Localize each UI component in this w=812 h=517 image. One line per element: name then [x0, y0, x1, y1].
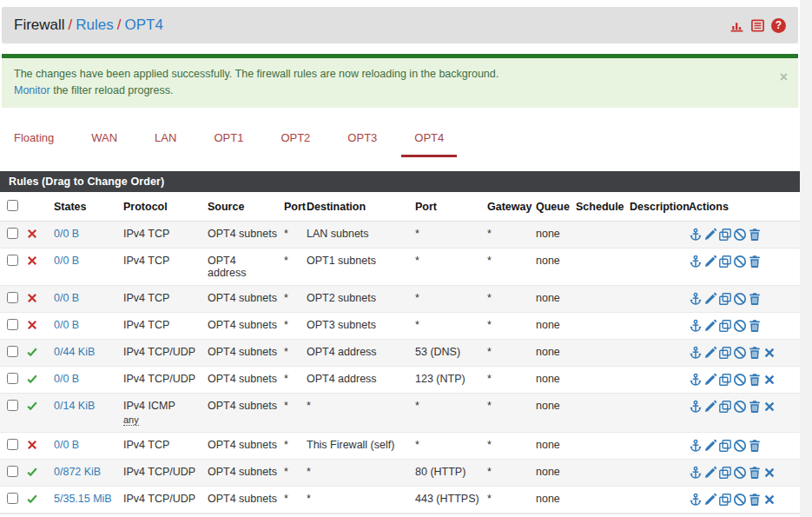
anchor-icon[interactable] — [689, 292, 703, 306]
states-link[interactable]: 0/14 KiB — [54, 400, 95, 412]
disable-icon[interactable] — [733, 292, 747, 306]
states-link[interactable]: 0/0 B — [54, 373, 79, 385]
rule-row[interactable]: 0/0 BIPv4 TCPOPT4 address*OPT1 subnets**… — [0, 248, 800, 285]
row-select-checkbox[interactable] — [7, 466, 18, 477]
rule-row[interactable]: 0/44 KiBIPv4 TCP/UDPOPT4 subnets*OPT4 ad… — [0, 339, 800, 366]
anchor-icon[interactable] — [689, 319, 703, 333]
copy-icon[interactable] — [718, 400, 732, 414]
delete-icon[interactable] — [748, 400, 762, 414]
rule-row[interactable]: 0/0 BIPv4 TCPOPT4 subnets*LAN subnets**n… — [0, 221, 800, 248]
disable-icon[interactable] — [733, 373, 747, 387]
help-icon[interactable]: ? — [771, 18, 786, 33]
delete-icon[interactable] — [748, 373, 762, 387]
rule-row[interactable]: 0/0 BIPv4 TCPOPT4 subnets*OPT3 subnets**… — [0, 312, 800, 339]
anchor-icon[interactable] — [689, 255, 703, 268]
copy-icon[interactable] — [718, 466, 732, 480]
row-select-checkbox[interactable] — [7, 346, 18, 357]
copy-icon[interactable] — [718, 255, 732, 268]
anchor-icon[interactable] — [689, 466, 703, 480]
copy-icon[interactable] — [718, 228, 732, 242]
tab-opt1[interactable]: OPT1 — [201, 124, 256, 157]
edit-icon[interactable] — [703, 439, 717, 453]
tab-opt3[interactable]: OPT3 — [334, 124, 390, 157]
kill-states-icon[interactable] — [762, 400, 776, 414]
states-link[interactable]: 5/35.15 MiB — [54, 493, 112, 505]
states-link[interactable]: 0/0 B — [54, 319, 79, 331]
delete-icon[interactable] — [748, 255, 762, 268]
rule-row[interactable]: 0/872 KiBIPv4 TCP/UDPOPT4 subnets**80 (H… — [0, 459, 800, 486]
row-select-checkbox[interactable] — [7, 319, 18, 330]
states-link[interactable]: 0/0 B — [54, 439, 79, 451]
rule-row[interactable]: 5/35.15 MiBIPv4 TCP/UDPOPT4 subnets**443… — [0, 486, 800, 513]
log-icon[interactable] — [750, 18, 765, 33]
states-link[interactable]: 0/0 B — [54, 228, 79, 240]
anchor-icon[interactable] — [689, 228, 703, 242]
row-select-checkbox[interactable] — [7, 400, 18, 411]
monitor-link[interactable]: Monitor — [14, 84, 50, 96]
copy-icon[interactable] — [718, 346, 732, 360]
delete-icon[interactable] — [748, 466, 762, 480]
disable-icon[interactable] — [733, 346, 747, 360]
states-link[interactable]: 0/0 B — [54, 292, 79, 304]
edit-icon[interactable] — [703, 319, 717, 333]
copy-icon[interactable] — [718, 292, 732, 306]
tab-wan[interactable]: WAN — [78, 124, 130, 157]
row-select-checkbox[interactable] — [7, 255, 18, 266]
disable-icon[interactable] — [733, 400, 747, 414]
close-icon[interactable]: × — [780, 70, 788, 84]
delete-icon[interactable] — [748, 346, 762, 360]
kill-states-icon[interactable] — [762, 466, 776, 480]
copy-icon[interactable] — [718, 373, 732, 387]
tab-opt2[interactable]: OPT2 — [267, 124, 323, 157]
copy-icon[interactable] — [718, 319, 732, 333]
anchor-icon[interactable] — [689, 346, 703, 360]
copy-icon[interactable] — [718, 439, 732, 453]
delete-icon[interactable] — [748, 493, 762, 507]
edit-icon[interactable] — [703, 493, 717, 507]
kill-states-icon[interactable] — [762, 346, 776, 360]
edit-icon[interactable] — [703, 400, 717, 414]
tab-opt4[interactable]: OPT4 — [401, 124, 457, 157]
states-link[interactable]: 0/872 KiB — [54, 466, 101, 478]
rule-row[interactable]: 0/0 BIPv4 TCPOPT4 subnets*OPT2 subnets**… — [0, 285, 800, 312]
kill-states-icon[interactable] — [762, 493, 776, 507]
copy-icon[interactable] — [718, 493, 732, 507]
row-select-checkbox[interactable] — [7, 373, 18, 384]
kill-states-icon[interactable] — [762, 373, 776, 387]
anchor-icon[interactable] — [689, 493, 703, 507]
rule-row[interactable]: 0/14 KiBIPv4 ICMPanyOPT4 subnets****none — [0, 393, 800, 432]
states-link[interactable]: 0/0 B — [54, 255, 79, 267]
rule-row[interactable]: 0/0 BIPv4 TCP/UDPOPT4 subnets*OPT4 addre… — [0, 366, 800, 393]
edit-icon[interactable] — [703, 346, 717, 360]
delete-icon[interactable] — [748, 228, 762, 242]
edit-icon[interactable] — [703, 228, 717, 242]
edit-icon[interactable] — [703, 292, 717, 306]
tab-lan[interactable]: LAN — [142, 124, 189, 157]
row-select-checkbox[interactable] — [7, 439, 18, 450]
row-select-checkbox[interactable] — [7, 292, 18, 303]
row-select-checkbox[interactable] — [7, 493, 18, 504]
select-all-checkbox[interactable] — [7, 200, 18, 211]
row-select-checkbox[interactable] — [7, 228, 18, 239]
breadcrumb-link-opt4[interactable]: OPT4 — [125, 17, 163, 33]
disable-icon[interactable] — [733, 228, 747, 242]
delete-icon[interactable] — [748, 292, 762, 306]
delete-icon[interactable] — [748, 319, 762, 333]
edit-icon[interactable] — [703, 373, 717, 387]
disable-icon[interactable] — [733, 319, 747, 333]
edit-icon[interactable] — [703, 466, 717, 480]
disable-icon[interactable] — [733, 255, 747, 268]
chart-bar-icon[interactable] — [729, 18, 744, 33]
states-link[interactable]: 0/44 KiB — [54, 346, 95, 358]
tab-floating[interactable]: Floating — [1, 124, 67, 157]
disable-icon[interactable] — [733, 466, 747, 480]
rule-row[interactable]: 0/0 BIPv4 TCPOPT4 subnets*This Firewall … — [0, 432, 800, 459]
disable-icon[interactable] — [733, 439, 747, 453]
delete-icon[interactable] — [748, 439, 762, 453]
anchor-icon[interactable] — [689, 373, 703, 387]
breadcrumb-link-rules[interactable]: Rules — [76, 17, 113, 33]
disable-icon[interactable] — [733, 493, 747, 507]
anchor-icon[interactable] — [689, 439, 703, 453]
edit-icon[interactable] — [703, 255, 717, 268]
anchor-icon[interactable] — [689, 400, 703, 414]
